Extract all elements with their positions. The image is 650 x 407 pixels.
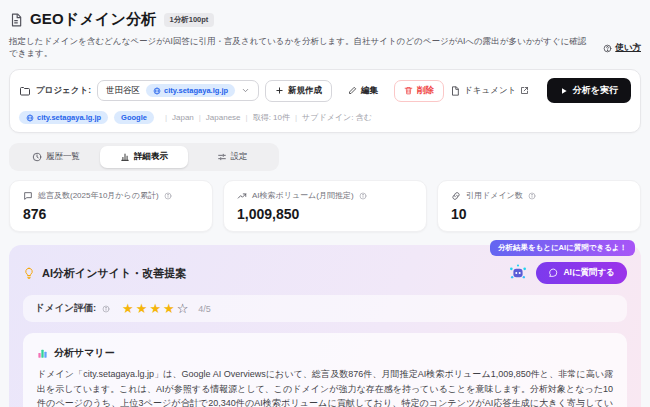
chat-bubble-icon [548,268,558,278]
project-selected-name: 世田谷区 [106,85,140,97]
tab-history-label: 履歴一覧 [46,151,80,163]
ask-ai-button-label: AIに質問する [563,267,615,279]
info-icon[interactable] [528,192,536,200]
document-icon [9,13,23,27]
insight-header: AI分析インサイト・改善提案 [23,266,186,281]
ai-insight-panel: 分析結果をもとにAIに質問できるよ！ AI分析インサイト・改善提案 AIに質問す… [9,245,641,407]
tab-detail-label: 詳細表示 [134,151,168,163]
rating-label: ドメイン評価: [35,302,96,315]
sliders-icon [217,152,227,162]
page-title: GEOドメイン分析 [30,10,157,29]
speech-bubble-icon [23,191,33,201]
stat-label-text: 引用ドメイン数 [466,190,523,201]
project-label: プロジェクト: [36,85,91,97]
edit-button-label: 編集 [361,85,378,97]
rating-star: ☆ [177,302,189,315]
lightbulb-icon [23,267,35,279]
plus-icon [275,86,284,95]
rating-star: ★ [122,302,134,315]
pencil-icon [348,86,357,95]
run-analysis-label: 分析を実行 [573,84,618,97]
globe-icon [153,87,161,95]
domain-tag-text: city.setagaya.lg.jp [37,113,101,122]
tab-history[interactable]: 履歴一覧 [12,146,100,168]
domain-tag-pill: city.setagaya.lg.jp [19,111,108,124]
clock-icon [32,152,42,162]
tab-settings-label: 設定 [231,151,248,163]
bar-chart-icon [120,152,130,162]
tab-detail[interactable]: 詳細表示 [100,146,188,168]
summary-body: ドメイン「city.setagaya.lg.jp」は、Google AI Ove… [37,367,613,407]
page-subtitle-row: 指定したドメインを含むどんなページがAI回答に引用・言及されているかを分析します… [9,36,641,60]
meta-language: Japanese [194,113,241,122]
stat-value-volume: 1,009,850 [237,206,413,222]
stat-card-volume: AI検索ボリューム(月間推定) 1,009,850 [223,180,427,232]
insight-title: AI分析インサイト・改善提案 [42,266,186,281]
info-icon[interactable] [102,305,110,313]
rating-stars: ★ ★ ★ ★ ☆ [122,302,188,315]
rating-text: 4/5 [198,304,211,314]
help-link[interactable]: 使い方 [603,42,641,54]
project-domain-text: city.setagaya.lg.jp [164,86,228,95]
stat-value-mentions: 876 [23,206,199,222]
edit-button[interactable]: 編集 [338,80,388,102]
meta-region: Japan [160,113,194,122]
stat-cards: 総言及数(2025年10月からの累計) 876 AI検索ボリューム(月間推定) … [9,180,641,232]
summary-title: 分析サマリー [54,346,115,360]
domain-rating-bar: ドメイン評価: ★ ★ ★ ★ ☆ 4/5 [23,295,627,322]
project-select[interactable]: 世田谷区 city.setagaya.lg.jp [97,80,259,101]
geo-domain-analysis-page: GEOドメイン分析 1分析100pt 指定したドメインを含むどんなページがAI回… [0,0,650,407]
summary-header: 分析サマリー [37,346,613,360]
document-link-label: ドキュメント [464,85,516,97]
points-badge: 1分析100pt [164,13,215,27]
delete-button-label: 削除 [417,85,434,97]
info-icon[interactable] [359,192,367,200]
rating-star: ★ [163,302,175,315]
project-label-wrap: プロジェクト: [19,85,91,97]
stat-card-domains: 引用ドメイン数 10 [437,180,641,232]
trending-up-icon [237,191,247,201]
page-subtitle: 指定したドメインを含むどんなページがAI回答に引用・言及されているかを分析します… [9,36,593,60]
ask-ai-button[interactable]: AIに質問する [536,262,627,284]
engine-tag-pill: Google [114,111,154,124]
ai-mascot-icon [508,263,528,283]
external-link-icon [520,86,529,95]
file-icon [450,86,460,96]
document-link[interactable]: ドキュメント [450,85,529,97]
engine-tag-text: Google [121,113,147,122]
rating-star: ★ [136,302,148,315]
project-card: プロジェクト: 世田谷区 city.setagaya.lg.jp 新規作成 編集 [9,69,641,133]
rating-star: ★ [149,302,161,315]
trash-icon [404,86,413,95]
tab-settings[interactable]: 設定 [188,146,276,168]
delete-button[interactable]: 削除 [394,80,444,102]
help-link-label: 使い方 [615,42,641,54]
ask-ai-tooltip: 分析結果をもとにAIに質問できるよ！ [490,240,635,256]
play-icon [560,87,568,95]
stat-value-domains: 10 [451,206,627,222]
meta-fetch-count: 取得: 10件 [241,112,290,123]
stat-label-text: 総言及数(2025年10月からの累計) [38,190,159,201]
info-icon[interactable] [164,192,172,200]
question-circle-icon [603,44,612,53]
link-icon [451,191,461,201]
chevron-down-icon [241,86,250,95]
stat-card-mentions: 総言及数(2025年10月からの累計) 876 [9,180,213,232]
meta-subdomain: サブドメイン: 含む [290,112,372,123]
globe-icon [26,114,34,122]
project-meta: Japan Japanese 取得: 10件 サブドメイン: 含む [160,112,372,123]
create-button-label: 新規作成 [288,85,322,97]
view-tabs: 履歴一覧 詳細表示 設定 [9,143,279,171]
folder-icon [19,85,31,97]
insight-content-card: 分析サマリー ドメイン「city.setagaya.lg.jp」は、Google… [23,333,627,407]
page-header: GEOドメイン分析 1分析100pt [9,10,641,29]
project-domain-pill: city.setagaya.lg.jp [146,84,235,97]
create-button[interactable]: 新規作成 [265,80,332,102]
colored-bar-chart-icon [37,348,48,359]
stat-label-text: AI検索ボリューム(月間推定) [252,190,354,201]
run-analysis-button[interactable]: 分析を実行 [547,78,631,103]
